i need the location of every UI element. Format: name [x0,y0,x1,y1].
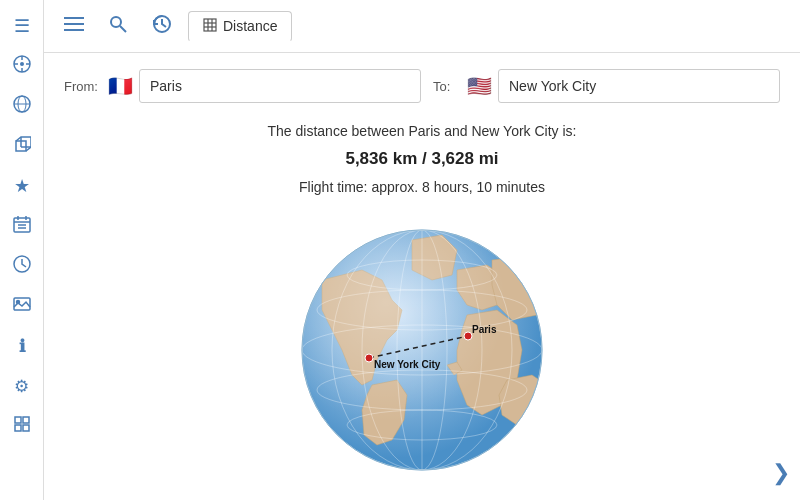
svg-rect-31 [204,19,216,31]
from-input[interactable] [139,69,421,103]
to-label: To: [433,79,463,94]
sidebar-item-globe[interactable] [4,88,40,124]
nyc-dot [365,354,373,362]
from-flag: 🇫🇷 [108,74,133,98]
main-content: Distance From: 🇫🇷 To: 🇺🇸 The distance be… [44,0,800,500]
distance-info: The distance between Paris and New York … [268,119,577,200]
svg-point-20 [16,300,19,303]
content-area: From: 🇫🇷 To: 🇺🇸 The distance between Par… [44,53,800,500]
history-icon [153,15,171,38]
globe-container: New York City Paris [292,216,552,484]
flight-time: Flight time: approx. 8 hours, 10 minutes [268,175,577,200]
svg-rect-21 [15,417,21,423]
chevron-right-icon: ❯ [772,460,790,485]
distance-tab[interactable]: Distance [188,11,292,42]
svg-point-1 [20,62,24,66]
sidebar-item-calendar[interactable] [4,208,40,244]
next-chevron[interactable]: ❯ [772,460,790,486]
toolbar-search-button[interactable] [100,8,136,44]
distance-value: 5,836 km / 3,628 mi [268,144,577,175]
nyc-label: New York City [374,359,441,370]
sidebar-item-gear[interactable]: ⚙ [4,368,40,404]
paris-dot [464,332,472,340]
distance-tab-label: Distance [223,18,277,34]
sidebar-item-gamepad[interactable] [4,48,40,84]
to-flag: 🇺🇸 [467,74,492,98]
globe-svg: New York City Paris [292,220,552,480]
distance-tab-icon [203,18,217,35]
toolbar-list-button[interactable] [56,8,92,44]
toolbar-history-button[interactable] [144,8,180,44]
svg-rect-22 [23,417,29,423]
sidebar-item-menu[interactable]: ☰ [4,8,40,44]
gear-icon: ⚙ [14,376,29,397]
sidebar-item-info[interactable]: ℹ [4,328,40,364]
svg-rect-23 [15,425,21,431]
sidebar-item-cube[interactable] [4,128,40,164]
sidebar-item-star[interactable]: ★ [4,168,40,204]
svg-point-28 [111,17,121,27]
from-label: From: [64,79,104,94]
toolbar: Distance [44,0,800,53]
distance-text: The distance between Paris and New York … [268,119,577,144]
list-icon [64,16,84,37]
sidebar: ☰ [0,0,44,500]
sidebar-item-grid[interactable] [4,408,40,444]
grid-icon [14,416,30,437]
globe-sidebar-icon [12,94,32,119]
sidebar-item-image[interactable] [4,288,40,324]
cube-icon [13,135,31,158]
info-icon: ℹ [19,336,25,357]
sidebar-item-clock[interactable] [4,248,40,284]
search-icon [109,15,127,38]
from-to-row: From: 🇫🇷 To: 🇺🇸 [64,69,780,103]
to-input[interactable] [498,69,780,103]
svg-line-29 [120,26,126,32]
calendar-icon [13,215,31,238]
svg-rect-24 [23,425,29,431]
menu-icon: ☰ [14,15,30,37]
image-icon [13,295,31,318]
paris-label: Paris [472,324,497,335]
gamepad-icon [12,54,32,79]
clock-icon [13,255,31,278]
svg-point-47 [302,230,542,470]
star-icon: ★ [14,175,30,197]
